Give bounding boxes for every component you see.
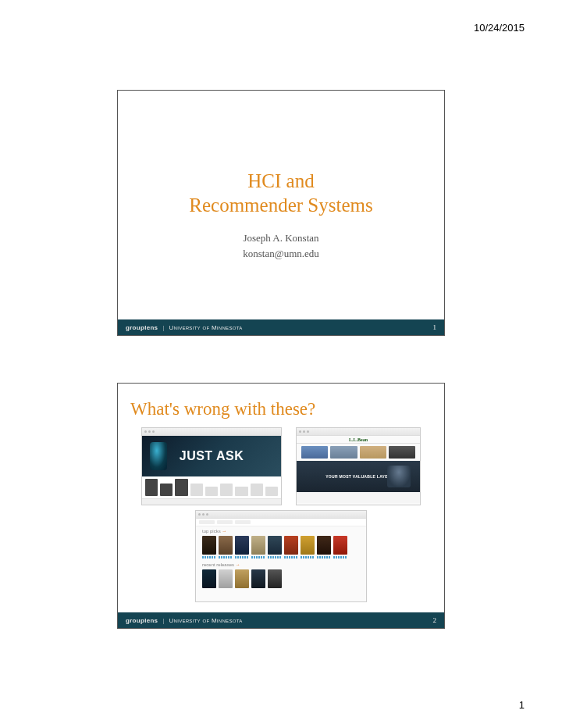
llbean-logo: L.L.Bean bbox=[349, 437, 368, 442]
footer-brand: grouplens bbox=[126, 324, 158, 331]
slide2-footer: grouplens | University of Minnesota 2 bbox=[118, 612, 444, 628]
slide1-title: HCI and Recommender Systems bbox=[118, 169, 444, 218]
slide2-title: What's wrong with these? bbox=[130, 399, 444, 419]
footer-university: University of Minnesota bbox=[169, 324, 242, 331]
slide1-email: konstan@umn.edu bbox=[118, 248, 444, 260]
slide-2: What's wrong with these? JUST ASK L.L.Be bbox=[117, 383, 445, 629]
movielens-nav bbox=[196, 519, 366, 526]
amazon-product-row bbox=[142, 476, 281, 498]
handout-page-number: 1 bbox=[519, 699, 525, 711]
llbean-product-row bbox=[297, 444, 420, 461]
browser-chrome bbox=[297, 428, 420, 436]
screenshot-row-1: JUST ASK L.L.Bean YOUR MOST VALUABLE LAY… bbox=[118, 427, 444, 505]
screenshot-llbean: L.L.Bean YOUR MOST VALUABLE LAYER bbox=[296, 427, 421, 505]
footer-separator: | bbox=[162, 617, 164, 624]
slide1-title-line2: Recommender Systems bbox=[189, 194, 372, 216]
slide-1: HCI and Recommender Systems Joseph A. Ko… bbox=[117, 90, 445, 336]
slide1-title-line1: HCI and bbox=[247, 170, 314, 191]
movielens-row-top-picks bbox=[196, 534, 366, 556]
footer-slide-number: 1 bbox=[433, 323, 437, 331]
llbean-hero-text: YOUR MOST VALUABLE LAYER bbox=[325, 474, 391, 479]
amazon-footer-strip bbox=[142, 498, 281, 505]
screenshot-row-2: top picks → recent releases → bbox=[118, 510, 444, 602]
movielens-section-recent: recent releases → bbox=[196, 560, 366, 568]
browser-chrome bbox=[142, 428, 281, 436]
slide1-author: Joseph A. Konstan bbox=[118, 232, 444, 244]
screenshot-movielens: top picks → recent releases → bbox=[195, 510, 367, 602]
screenshot-amazon: JUST ASK bbox=[141, 427, 282, 505]
movielens-section-top-picks: top picks → bbox=[196, 526, 366, 534]
browser-chrome bbox=[196, 511, 366, 519]
footer-university: University of Minnesota bbox=[169, 617, 242, 624]
handout-date: 10/24/2015 bbox=[474, 22, 525, 34]
llbean-footer-strip bbox=[297, 492, 420, 503]
amazon-hero-text: JUST ASK bbox=[180, 449, 244, 463]
llbean-hero: YOUR MOST VALUABLE LAYER bbox=[297, 461, 420, 492]
llbean-header: L.L.Bean bbox=[297, 436, 420, 444]
footer-brand: grouplens bbox=[126, 617, 158, 624]
footer-slide-number: 2 bbox=[433, 616, 437, 624]
movielens-row-recent bbox=[196, 568, 366, 590]
amazon-hero: JUST ASK bbox=[142, 436, 281, 476]
footer-separator: | bbox=[162, 324, 164, 331]
slide1-footer: grouplens | University of Minnesota 1 bbox=[118, 319, 444, 335]
